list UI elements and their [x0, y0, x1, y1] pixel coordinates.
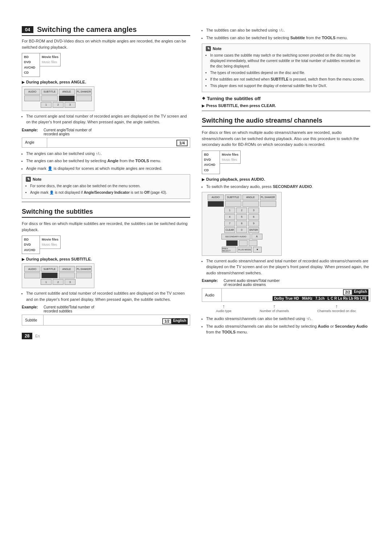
abtn-audio-lbl: AUDIO	[208, 194, 224, 200]
arrow-up-type: ↑	[222, 303, 225, 309]
separator-subtitles	[22, 202, 190, 202]
remote-sub-buttons	[24, 273, 92, 278]
audio-remote-nums3: 7 8 9	[204, 221, 279, 226]
abtn-plshaker-lbl: PL.SHAKER	[260, 194, 276, 200]
separator-audio	[202, 111, 370, 111]
badge-cd-audio: CD	[204, 168, 218, 173]
abtn-enter: ENTER	[248, 227, 259, 233]
audio-bottom-labels: ↑ Audio type ↑ Number of channels ↑ Chan…	[202, 303, 370, 313]
audio-remote-special: CLEAR 0 ENTER	[204, 227, 279, 233]
subtitle-right-bullet-2: The subtitles can also be switched by se…	[206, 35, 370, 41]
instruction-audio2: To switch the secondary audio, press SEC…	[206, 184, 370, 190]
subtitle-note-icon: ✎	[206, 46, 211, 51]
audio-left-label: Audio	[202, 288, 222, 302]
btn-3: 3	[65, 102, 75, 108]
abtn-angle-key	[242, 201, 259, 207]
badge-dvd-sub: DVD	[24, 242, 38, 247]
angle-bullet-1: The current angle and total number of re…	[26, 113, 190, 125]
disc-badges-subtitles: BD DVD AVCHD	[22, 235, 40, 254]
instruction-audio2-list: To switch the secondary audio, press SEC…	[206, 184, 370, 190]
section-04-header: 04 Switching the camera angles	[22, 25, 190, 36]
subtitle-left-label: Subtitle	[22, 315, 44, 325]
file-type-movie-audio: Movie files	[222, 152, 238, 157]
disc-file-types-audio: Movie files Music files	[220, 151, 241, 164]
abtn-secondary-audio-lbl: SECONDARY AUDIO	[221, 234, 250, 239]
example-label: Example:	[22, 128, 40, 132]
example-label-row: Example: Current angle/Total number of r…	[22, 128, 190, 136]
btn-2: 2	[53, 102, 64, 108]
audio-example-label: Example:	[202, 279, 220, 283]
subtitle-note-box: ✎ Note In some cases the subtitle may sw…	[202, 44, 370, 92]
disc-badges-angles: BD DVD AVCHD CD	[22, 53, 40, 77]
abtn-4: 4	[224, 214, 235, 220]
disc-badges-audio: BD DVD AVCHD CD	[202, 151, 220, 175]
abtn-3: 3	[248, 208, 259, 213]
remote-subtitle: AUDIO SUBTITLE ANGLE PL.SHAKER 1 2 3	[22, 263, 94, 288]
subtitles-section: Switching the subtitles For discs or fil…	[22, 202, 190, 325]
audio-right-cell: 2/2 English Dolby True HD 96kHz 7.1ch L …	[222, 288, 370, 302]
note-label: Note	[33, 177, 41, 181]
abtn-6: 6	[248, 214, 259, 220]
disc-file-types-subtitles: Movie files Music files	[40, 235, 61, 249]
abtn-down: ▼	[253, 247, 262, 253]
abtn-5: 5	[236, 214, 247, 220]
btn-angle: ANGLE	[59, 89, 75, 95]
angle-bullets: The current angle and total number of re…	[26, 113, 190, 125]
right-column: The subtitles can also be switched using…	[202, 25, 370, 339]
abtn-plshaker-key	[260, 201, 276, 207]
subtitle-right-bullet-1: The subtitles can also be switched using…	[206, 27, 370, 33]
abtn-secondary-audio-key	[226, 240, 238, 246]
badge-bd-audio: BD	[204, 152, 218, 157]
example-desc1: Current angle/Total number of	[44, 128, 91, 132]
sbtn-plshaker: PL.SHAKER	[76, 266, 92, 272]
angle-note-2: Angle mark 👤 is not displayed if Angle/S…	[30, 190, 186, 195]
badge-avchd: AVCHD	[24, 65, 38, 70]
sbtn-1: 1	[41, 279, 52, 285]
subtitle-row: Subtitle 1/2 English	[22, 315, 190, 325]
angle-note-title: ✎ Note	[26, 177, 186, 182]
audio-sub2: 96kHz	[301, 296, 314, 301]
btn-subtitle-key	[41, 95, 57, 101]
file-type-music-audio: Music files	[222, 157, 238, 162]
angle-note-box: ✎ Note For some discs, the angle can als…	[22, 174, 190, 199]
subtitle-example-desc2: recorded subtitles	[44, 309, 72, 313]
audio-remote-nums1: 1 2 3	[204, 208, 279, 213]
abtn-angle-lbl: ANGLE	[242, 194, 259, 200]
badge-bd: BD	[24, 54, 38, 60]
subtitle-example-label-row: Example: Current subtitle/Total number o…	[22, 305, 190, 313]
note-icon: ✎	[26, 177, 31, 182]
file-type-music-angles: Music files	[42, 60, 58, 65]
subtitle-value: 1/2	[162, 318, 172, 324]
audio-top-row: Audio 2/2 English Dolby True HD 96kHz 7.…	[202, 288, 370, 302]
audio-sub4: L C R Ls Rs Lb Rb LFE	[326, 296, 368, 301]
abtn-7: 7	[224, 221, 235, 226]
instruction-angle: During playback, press ANGLE.	[22, 80, 190, 84]
audio-label-channels: ↑ Number of channels	[260, 303, 289, 313]
arrow-up-recorded: ↑	[335, 303, 338, 309]
example-desc2: recorded angles	[44, 132, 70, 136]
file-type-movie-angles: Movie files	[42, 54, 58, 60]
subtitle-right-cell: 1/2 English	[44, 315, 190, 325]
audio-label-type: ↑ Audio type	[216, 303, 232, 313]
page-lang: En	[35, 334, 40, 338]
page-footer: 28 En	[22, 333, 190, 339]
audio-final-bullet-2: The audio streams/channels can also be s…	[206, 323, 370, 335]
btn-audio-key	[24, 95, 40, 101]
file-type-music-sub: Music files	[42, 242, 58, 247]
badge-bd-sub: BD	[24, 237, 38, 242]
audio-title: Switching the audio streams/ channels	[202, 117, 370, 127]
btn-plshaker-key	[76, 95, 92, 101]
subtitle-note-2: The types of recorded subtitles depend o…	[210, 70, 366, 75]
btn-audio: AUDIO	[24, 89, 40, 95]
sbtn-plshaker-key	[76, 273, 92, 278]
audio-final-bullets: The audio streams/channels can also be s…	[206, 316, 370, 335]
audio-example: Example: Current audio stream/Total numb…	[202, 279, 370, 313]
subtitles-intro: For discs or files on which multiple sub…	[22, 221, 190, 233]
sbtn-angle: ANGLE	[59, 266, 75, 272]
subtitle-note-title: ✎ Note	[206, 46, 366, 51]
subtitle-diagram: Subtitle 1/2 English	[22, 315, 190, 325]
section-04-title: Switching the camera angles	[37, 25, 137, 34]
label-channels-recorded: Channels recorded on disc	[317, 309, 356, 313]
subtitle-note-label: Note	[213, 46, 221, 51]
disc-file-types-angles: Movie files Music files	[40, 53, 61, 66]
